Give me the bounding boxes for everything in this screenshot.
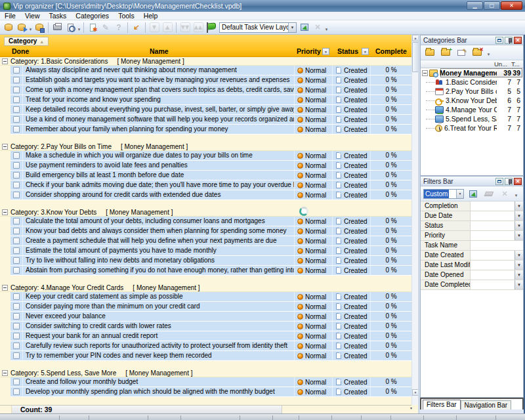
move-to-top-button[interactable]: ▲▲ bbox=[192, 21, 205, 34]
task-checkbox[interactable] bbox=[13, 343, 20, 349]
group-by-category-tab[interactable]: Category▲ bbox=[4, 37, 49, 46]
panel-pin-button[interactable] bbox=[505, 178, 513, 185]
task-row[interactable]: Remember about your family when planning… bbox=[10, 125, 411, 135]
new-category-button[interactable]: + bbox=[439, 46, 452, 59]
toolbar-overflow-caret[interactable]: ▾ bbox=[324, 22, 329, 33]
filters-toolbar-caret[interactable]: ▾ bbox=[514, 188, 518, 200]
filter-dropdown-button[interactable]: ▼ bbox=[514, 201, 523, 211]
save-database-button[interactable] bbox=[33, 21, 46, 34]
task-row[interactable]: Consider switching to credit cards with … bbox=[10, 322, 411, 331]
task-row[interactable]: Develop your monthly spending plan which… bbox=[10, 387, 411, 397]
task-row[interactable]: Never exceed your balanceNormalCreated0 … bbox=[10, 312, 411, 322]
vertical-scrollbar[interactable]: ▲ ▼ bbox=[411, 35, 418, 405]
task-checkbox[interactable] bbox=[13, 126, 20, 133]
task-checkbox[interactable] bbox=[13, 182, 20, 188]
new-database-button[interactable] bbox=[2, 21, 15, 34]
reminder-flag-button[interactable] bbox=[205, 21, 218, 34]
move-to-bottom-button[interactable]: ▼▼ bbox=[178, 21, 192, 34]
task-row[interactable]: Try to live without falling into new deb… bbox=[10, 256, 411, 266]
filter-dropdown-button[interactable]: ▼ bbox=[514, 211, 523, 220]
panel-pin-button[interactable] bbox=[505, 37, 513, 44]
panel-close-button[interactable]: ✕ bbox=[514, 37, 522, 44]
find-task-button[interactable]: ? bbox=[112, 21, 125, 34]
title-bar[interactable]: Vip organizer [C:\Users\dmitry\Desktop\M… bbox=[0, 0, 525, 12]
filter-dropdown-button[interactable]: ▼ bbox=[514, 221, 523, 230]
categories-toolbar-caret[interactable]: ▾ bbox=[486, 47, 491, 58]
filter-value-field[interactable] bbox=[471, 270, 514, 280]
collapse-group-icon[interactable] bbox=[2, 285, 8, 291]
menu-tools[interactable]: Tools bbox=[114, 12, 139, 20]
group-header-row[interactable]: Category: 1.Basic Considerations[ Money … bbox=[0, 57, 411, 66]
task-row[interactable]: Keep your credit card statement as simpl… bbox=[10, 292, 411, 302]
priority-filter-button[interactable]: ▼ bbox=[322, 48, 329, 55]
clear-filter-button[interactable] bbox=[482, 187, 495, 200]
menu-view[interactable]: View bbox=[20, 12, 45, 20]
edit-category-button[interactable] bbox=[455, 46, 468, 59]
task-row[interactable]: Carefully review such reports for unauth… bbox=[10, 341, 411, 351]
categories-bar-title[interactable]: Categories Bar ✕ bbox=[421, 35, 523, 45]
collapse-group-icon[interactable] bbox=[2, 370, 8, 376]
filter-dropdown-button[interactable]: ▼ bbox=[514, 251, 523, 260]
panel-maximize-button[interactable] bbox=[495, 37, 503, 44]
task-row[interactable]: Estimate the total amount of payments yo… bbox=[10, 246, 411, 256]
chevron-down-icon[interactable]: ▼ bbox=[288, 23, 296, 32]
task-checkbox[interactable] bbox=[13, 67, 20, 74]
chevron-down-icon[interactable]: ▾ bbox=[77, 22, 81, 33]
move-down-button[interactable]: ▼ bbox=[148, 21, 161, 34]
task-checkbox[interactable] bbox=[13, 228, 20, 234]
task-row[interactable]: Always stay discipline and never quit th… bbox=[10, 66, 411, 75]
task-checkbox[interactable] bbox=[13, 352, 20, 359]
task-row[interactable]: Use payment reminders to avoid late fees… bbox=[10, 161, 411, 171]
tree-item-2-pay-your-bills-on-time[interactable]: 2.Pay Your Bills on Time55 bbox=[421, 87, 523, 96]
total-column-header[interactable]: T... bbox=[511, 60, 520, 68]
collapse-tree-icon[interactable] bbox=[422, 70, 428, 76]
task-row[interactable]: Calculate the total amount of your debts… bbox=[10, 217, 411, 226]
task-row[interactable]: Keep detailed records about everything y… bbox=[10, 105, 411, 115]
task-checkbox[interactable] bbox=[13, 333, 20, 339]
task-checkbox[interactable] bbox=[13, 106, 20, 113]
tree-item-6-treat-for-your-retirement[interactable]: 6.Treat for Your Retirement77 bbox=[421, 123, 523, 133]
task-checkbox[interactable] bbox=[13, 293, 20, 300]
filter-value-field[interactable] bbox=[471, 241, 523, 250]
complete-task-button[interactable]: ➔ bbox=[130, 21, 143, 34]
group-header-row[interactable]: Category: 3.Know Your Debts[ Money Manag… bbox=[0, 208, 411, 217]
panel-maximize-button[interactable] bbox=[495, 178, 503, 185]
layout-combo[interactable]: Default Task View Layout ▼ bbox=[219, 22, 297, 33]
task-row[interactable]: Make a schedule in which you will organi… bbox=[10, 151, 411, 161]
delete-filter-button[interactable]: ✕ bbox=[498, 187, 511, 200]
collapse-group-icon[interactable] bbox=[2, 58, 8, 64]
filter-value-field[interactable] bbox=[471, 221, 514, 230]
collapse-group-icon[interactable] bbox=[2, 209, 8, 215]
task-row[interactable]: Know your bad debts and always consider … bbox=[10, 226, 411, 236]
task-row[interactable]: Establish goals and targets you want to … bbox=[10, 75, 411, 85]
task-checkbox[interactable] bbox=[13, 162, 20, 169]
menu-file[interactable]: File bbox=[0, 12, 20, 20]
task-checkbox[interactable] bbox=[13, 247, 20, 254]
open-database-button[interactable] bbox=[15, 21, 28, 34]
task-checkbox[interactable] bbox=[13, 388, 20, 395]
save-layout-button[interactable] bbox=[298, 21, 311, 34]
filters-bar-title[interactable]: Filters Bar ✕ bbox=[421, 177, 523, 186]
task-checkbox[interactable] bbox=[13, 218, 20, 224]
status-filter-button[interactable]: ▼ bbox=[362, 48, 369, 55]
task-row[interactable]: Build emergency bills at least 1 month b… bbox=[10, 171, 411, 180]
scrollbar-bottom-caret[interactable]: ▾ bbox=[410, 406, 412, 410]
task-row[interactable]: Create a payment schedule that will help… bbox=[10, 236, 411, 246]
chevron-down-icon[interactable]: ▼ bbox=[456, 190, 463, 198]
group-header-row[interactable]: Category: 2.Pay Your Bills on Time[ Mone… bbox=[0, 142, 411, 151]
menu-help[interactable]: Help bbox=[139, 12, 163, 20]
task-checkbox[interactable] bbox=[13, 313, 20, 320]
tab-navigation-bar[interactable]: Navigation Bar bbox=[461, 400, 512, 410]
task-row[interactable]: Consider shopping around for credit card… bbox=[10, 190, 411, 200]
tree-item-money-management[interactable]: Money Management3939 bbox=[421, 68, 523, 77]
tree-item-1-basic-considerations[interactable]: 1.Basic Considerations77 bbox=[421, 77, 523, 87]
task-checkbox[interactable] bbox=[13, 172, 20, 178]
group-header-row[interactable]: Category: 5.Spend Less, Save More[ Money… bbox=[0, 369, 411, 377]
filter-value-field[interactable] bbox=[471, 251, 514, 260]
column-header-done[interactable]: Done bbox=[12, 46, 29, 57]
uncompleted-column-header[interactable]: Un... bbox=[494, 60, 507, 68]
save-filter-button[interactable] bbox=[467, 187, 480, 200]
task-checkbox[interactable] bbox=[13, 116, 20, 123]
minimize-button[interactable]: ▁ bbox=[467, 1, 483, 10]
task-row[interactable]: Request your bank for an annual credit r… bbox=[10, 331, 411, 341]
